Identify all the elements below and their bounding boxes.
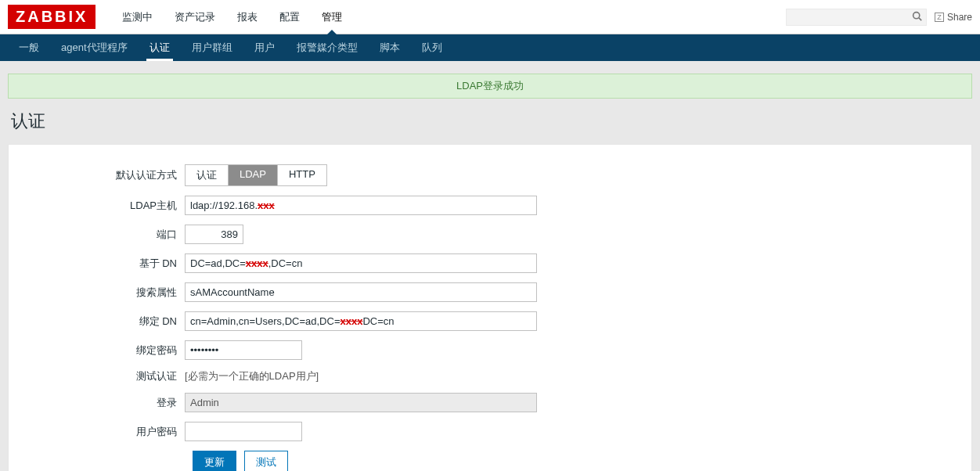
search-icon[interactable]: [912, 11, 922, 23]
success-message: LDAP登录成功: [8, 74, 972, 99]
test-button[interactable]: 测试: [244, 451, 288, 471]
button-row: 更新 测试: [24, 451, 956, 471]
search-attr-input[interactable]: [185, 282, 537, 302]
subnav-usergroups[interactable]: 用户群组: [181, 34, 243, 61]
search-attr-label: 搜索属性: [24, 286, 185, 300]
search-box[interactable]: [786, 9, 927, 26]
top-nav-links: 监测中 资产记录 报表 配置 管理: [111, 0, 786, 34]
ldap-host-label: LDAP主机: [24, 199, 185, 213]
redacted-icon: xxx: [258, 200, 275, 211]
nav-inventory[interactable]: 资产记录: [164, 0, 226, 34]
form-card: 默认认证方式 认证 LDAP HTTP LDAP主机 ldap://192.16…: [8, 144, 972, 471]
auth-option-internal[interactable]: 认证: [186, 165, 229, 185]
search-input[interactable]: [791, 11, 912, 23]
user-pwd-label: 用户密码: [24, 425, 185, 439]
login-label: 登录: [24, 396, 185, 410]
nav-monitoring[interactable]: 监测中: [111, 0, 164, 34]
test-auth-hint: [必需为一个正确的LDAP用户]: [185, 369, 319, 383]
user-pwd-input[interactable]: [185, 422, 302, 441]
auth-method-label: 默认认证方式: [24, 168, 185, 182]
share-label: Share: [947, 12, 972, 23]
ldap-host-input[interactable]: ldap://192.168.xxx: [185, 196, 537, 215]
auth-option-ldap[interactable]: LDAP: [229, 165, 278, 185]
port-input[interactable]: [185, 225, 243, 244]
auth-method-group: 认证 LDAP HTTP: [185, 164, 327, 186]
nav-administration[interactable]: 管理: [311, 0, 353, 34]
logo: ZABBIX: [8, 5, 95, 29]
update-button[interactable]: 更新: [193, 451, 236, 471]
bind-pwd-input[interactable]: [185, 340, 302, 360]
base-dn-label: 基于 DN: [24, 257, 185, 271]
auth-option-http[interactable]: HTTP: [278, 165, 326, 185]
sub-nav: 一般 agent代理程序 认证 用户群组 用户 报警媒介类型 脚本 队列: [0, 34, 980, 61]
subnav-scripts[interactable]: 脚本: [369, 34, 411, 61]
svg-point-0: [913, 12, 920, 18]
subnav-queue[interactable]: 队列: [411, 34, 453, 61]
svg-line-1: [919, 17, 921, 20]
test-auth-label: 测试认证: [24, 369, 185, 383]
page-title: 认证: [11, 110, 972, 133]
subnav-media-types[interactable]: 报警媒介类型: [286, 34, 369, 61]
share-link[interactable]: Z Share: [935, 12, 972, 23]
port-label: 端口: [24, 228, 185, 242]
subnav-general[interactable]: 一般: [8, 34, 50, 61]
ldap-host-value: ldap://192.168.: [190, 200, 258, 211]
login-input[interactable]: [185, 393, 537, 412]
redacted-icon: xxxx: [340, 315, 362, 327]
content: LDAP登录成功 认证 默认认证方式 认证 LDAP HTTP LDAP主机 l…: [0, 61, 980, 471]
bind-dn-input[interactable]: cn=Admin,cn=Users,DC=ad,DC=xxxxDC=cn: [185, 311, 537, 331]
share-icon: Z: [935, 13, 944, 22]
subnav-users[interactable]: 用户: [243, 34, 286, 61]
bind-pwd-label: 绑定密码: [24, 343, 185, 358]
nav-reports[interactable]: 报表: [226, 0, 268, 34]
redacted-icon: xxxx: [246, 257, 268, 269]
base-dn-input[interactable]: DC=ad,DC=xxxx,DC=cn: [185, 253, 537, 273]
nav-configuration[interactable]: 配置: [268, 0, 311, 34]
top-nav: ZABBIX 监测中 资产记录 报表 配置 管理 Z Share: [0, 0, 980, 34]
subnav-proxies[interactable]: agent代理程序: [50, 34, 139, 61]
bind-dn-label: 绑定 DN: [24, 315, 185, 329]
subnav-authentication[interactable]: 认证: [139, 34, 181, 61]
